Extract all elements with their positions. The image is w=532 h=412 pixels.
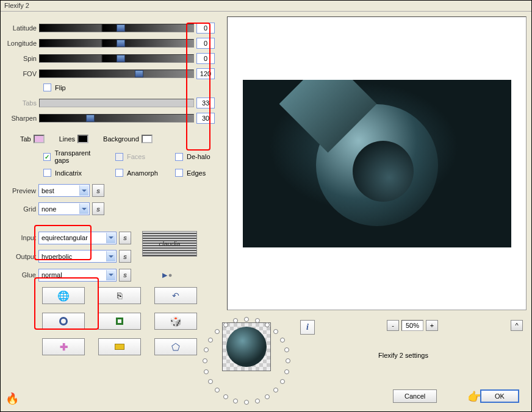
square-button[interactable] <box>98 313 141 330</box>
window-title: Flexify 2 <box>1 1 531 12</box>
preview-s-button[interactable]: s <box>92 184 104 197</box>
fov-slider[interactable] <box>39 69 194 78</box>
dice-icon: 🎲 <box>170 316 182 327</box>
copy-icon: ⎘ <box>117 291 122 300</box>
ring-dot[interactable] <box>284 369 289 374</box>
ring-dot[interactable] <box>255 399 260 403</box>
ring-dot[interactable] <box>204 369 209 374</box>
play-record-button[interactable]: ▶● <box>156 268 179 282</box>
spin-thumb[interactable] <box>117 55 125 62</box>
indicatrix-label: Indicatrix <box>55 169 82 177</box>
preset-ring <box>204 315 295 407</box>
zoom-control: - 50% + <box>387 320 438 331</box>
ring-dot[interactable] <box>215 388 220 392</box>
color-row: Tab Lines Background <box>20 135 215 143</box>
faces-checkbox <box>115 153 123 161</box>
ring-dot[interactable] <box>215 329 220 334</box>
grid-s-button[interactable]: s <box>92 202 104 215</box>
expand-button[interactable]: ^ <box>511 320 523 331</box>
tabs-value[interactable]: 33 <box>196 98 215 108</box>
grid-dropdown[interactable]: none <box>38 202 90 215</box>
dehalo-checkbox[interactable] <box>175 153 183 161</box>
tab-color-label: Tab <box>20 135 31 143</box>
ring-dot[interactable] <box>265 394 270 399</box>
ring-dot[interactable] <box>273 329 278 334</box>
copy-button[interactable]: ⎘ <box>98 287 141 304</box>
cancel-button[interactable]: Cancel <box>393 389 437 403</box>
plus-icon: ✚ <box>60 341 68 353</box>
ring-dot[interactable] <box>284 347 289 352</box>
transparent-gaps-label: Transparent gaps <box>54 149 104 164</box>
sharpen-slider[interactable] <box>39 114 194 123</box>
pentagon-button[interactable]: ⬠ <box>154 338 197 355</box>
input-dd-label: Input <box>5 234 38 241</box>
sharpen-thumb[interactable] <box>86 115 95 122</box>
edges-checkbox[interactable] <box>175 169 183 177</box>
ring-icon <box>59 317 68 325</box>
dice-button[interactable]: 🎲 <box>154 313 197 330</box>
chevron-down-icon <box>79 204 88 214</box>
transparent-gaps-checkbox[interactable] <box>43 153 51 161</box>
flame-icon[interactable]: 🔥 <box>5 392 19 405</box>
ring-button[interactable] <box>42 313 85 330</box>
tab-swatch[interactable] <box>34 135 45 143</box>
latitude-row: Latitude 0 <box>5 23 215 34</box>
spin-value[interactable]: 0 <box>196 53 215 64</box>
preview-area[interactable] <box>227 16 527 310</box>
lines-color-label: Lines <box>59 135 75 143</box>
longitude-value[interactable]: 0 <box>196 38 215 49</box>
preset-thumb[interactable] <box>222 322 271 371</box>
ring-dot[interactable] <box>244 317 249 322</box>
latitude-slider[interactable] <box>39 24 194 32</box>
ring-dot[interactable] <box>255 318 260 323</box>
undo-button[interactable]: ↶ <box>154 287 197 304</box>
ring-dot[interactable] <box>208 338 213 343</box>
longitude-slider[interactable] <box>39 39 194 48</box>
ring-dot[interactable] <box>286 358 290 363</box>
ring-dot[interactable] <box>208 379 213 384</box>
indicatrix-checkbox[interactable] <box>43 169 51 177</box>
ring-dot[interactable] <box>204 347 209 352</box>
plus-button[interactable]: ✚ <box>42 338 85 355</box>
input-s-button[interactable]: s <box>119 232 131 244</box>
bg-swatch[interactable] <box>142 135 153 143</box>
zoom-out-button[interactable]: - <box>387 320 399 331</box>
ring-dot[interactable] <box>244 400 249 405</box>
ring-dot[interactable] <box>280 338 285 343</box>
info-button[interactable]: i <box>300 320 315 335</box>
glue-dd-value: normal <box>41 271 106 279</box>
sharpen-value[interactable]: 30 <box>196 113 215 124</box>
anamorph-checkbox[interactable] <box>115 169 123 177</box>
brick-button[interactable] <box>98 338 141 355</box>
flip-checkbox[interactable] <box>43 83 51 91</box>
anamorph-label: Anamorph <box>127 169 158 177</box>
ring-dot[interactable] <box>233 399 238 403</box>
preview-dd-label: Preview <box>5 187 38 194</box>
preview-dd-value: best <box>41 187 79 194</box>
latitude-thumb[interactable] <box>117 24 125 32</box>
preview-dropdown[interactable]: best <box>38 184 90 197</box>
ok-button[interactable]: OK <box>480 389 519 403</box>
fov-value[interactable]: 120 <box>196 68 215 79</box>
spin-slider[interactable] <box>39 54 194 63</box>
fov-thumb[interactable] <box>135 70 143 77</box>
spin-row: Spin 0 <box>5 53 215 64</box>
ring-dot[interactable] <box>280 379 285 384</box>
lines-swatch[interactable] <box>77 135 88 143</box>
glue-dropdown[interactable]: normal <box>38 269 117 282</box>
glue-row: Glue normal s ▶● <box>5 268 215 282</box>
latitude-value[interactable]: 0 <box>196 23 215 34</box>
input-dropdown[interactable]: equirectangular <box>38 232 117 244</box>
zoom-in-button[interactable]: + <box>426 320 438 331</box>
logo-text: claudia <box>159 240 181 247</box>
ring-dot[interactable] <box>203 358 207 363</box>
claudia-logo: claudia <box>142 231 197 257</box>
ring-dot[interactable] <box>273 388 278 392</box>
zoom-value[interactable]: 50% <box>401 320 423 331</box>
globe-button[interactable]: 🌐 <box>42 287 85 304</box>
output-s-button[interactable]: s <box>119 250 131 263</box>
output-dropdown[interactable]: hyperbolic <box>38 250 117 263</box>
glue-s-button[interactable]: s <box>119 269 131 282</box>
longitude-thumb[interactable] <box>117 40 125 47</box>
ring-dot[interactable] <box>223 394 228 399</box>
